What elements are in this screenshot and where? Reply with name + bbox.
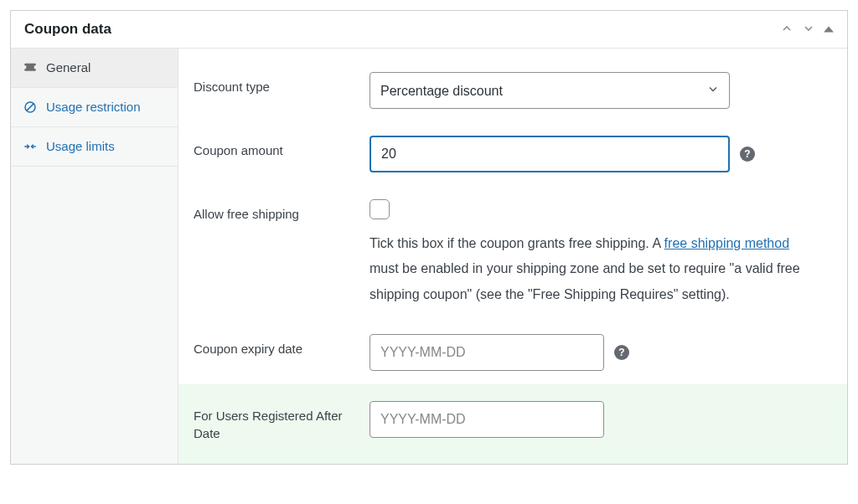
svg-line-2	[27, 104, 34, 111]
coupon-data-panel: Coupon data General	[10, 10, 848, 465]
free-shipping-checkbox[interactable]	[370, 199, 390, 219]
tab-general-label: General	[46, 60, 90, 75]
coupon-amount-label: Coupon amount	[194, 136, 370, 159]
free-shipping-description: Tick this box if the coupon grants free …	[370, 231, 822, 307]
free-shipping-method-link[interactable]: free shipping method	[664, 236, 789, 250]
panel-title: Coupon data	[24, 21, 111, 38]
ticket-icon	[23, 60, 38, 75]
free-shipping-label: Allow free shipping	[194, 199, 370, 223]
tab-usage-limits-label: Usage limits	[46, 139, 115, 154]
discount-type-select[interactable]: Percentage discount	[370, 72, 730, 109]
row-free-shipping: Allow free shipping Tick this box if the…	[194, 186, 832, 321]
tab-general[interactable]: General	[11, 49, 178, 88]
registered-after-input[interactable]	[370, 401, 604, 438]
ban-icon	[23, 100, 38, 115]
panel-actions	[780, 22, 834, 38]
panel-header: Coupon data	[11, 11, 847, 49]
registered-after-label: For Users Registered After Date	[194, 401, 370, 442]
move-up-icon[interactable]	[780, 22, 793, 38]
tab-usage-restriction-label: Usage restriction	[46, 100, 141, 115]
discount-type-label: Discount type	[194, 72, 370, 95]
panel-body: General Usage restriction Usage limits D…	[11, 49, 847, 464]
tab-content: Discount type Percentage discount Coupon…	[178, 49, 847, 464]
tabs-sidebar: General Usage restriction Usage limits	[11, 49, 178, 464]
svg-marker-0	[824, 26, 834, 32]
toggle-collapse-icon[interactable]	[824, 23, 834, 37]
move-down-icon[interactable]	[802, 22, 815, 38]
row-coupon-amount: Coupon amount ?	[194, 122, 832, 186]
tab-usage-restriction[interactable]: Usage restriction	[11, 88, 178, 127]
limits-icon	[23, 139, 38, 154]
row-registered-after: For Users Registered After Date	[178, 384, 847, 464]
help-icon[interactable]: ?	[614, 345, 629, 360]
coupon-expiry-label: Coupon expiry date	[194, 334, 370, 357]
row-discount-type: Discount type Percentage discount	[194, 59, 832, 122]
coupon-amount-input[interactable]	[370, 136, 730, 172]
help-icon[interactable]: ?	[740, 147, 755, 162]
row-coupon-expiry: Coupon expiry date ?	[194, 321, 832, 384]
coupon-expiry-input[interactable]	[370, 334, 604, 371]
tab-usage-limits[interactable]: Usage limits	[11, 127, 178, 167]
